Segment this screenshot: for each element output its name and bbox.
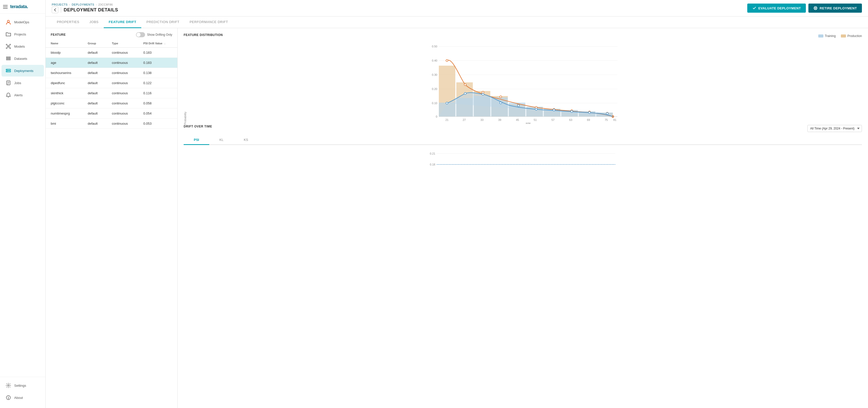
drift-tab-ks[interactable]: KS	[234, 135, 258, 145]
svg-point-60	[482, 91, 484, 93]
tab-properties[interactable]: PROPERTIES	[52, 16, 85, 28]
features-data-table: Name Group Type PSI Drift Value ↓ bloodp…	[45, 39, 177, 129]
sidebar-item-models[interactable]: Models	[2, 40, 44, 52]
table-row[interactable]: skinthick default continuous 0.116	[45, 88, 177, 98]
breadcrumb-projects[interactable]: PROJECTS	[52, 3, 68, 6]
cell-psi: 0.054	[138, 108, 177, 118]
drifting-toggle[interactable]	[136, 32, 145, 37]
svg-text:75: 75	[605, 118, 608, 122]
table-row[interactable]: twohourserins default continuous 0.138	[45, 68, 177, 78]
svg-point-0	[7, 20, 9, 22]
cell-psi: 0.138	[138, 68, 177, 78]
table-row[interactable]: plglcconc default continuous 0.058	[45, 98, 177, 108]
table-row[interactable]: numtimesprg default continuous 0.054	[45, 108, 177, 118]
sidebar-bottom: Settings About	[0, 377, 45, 408]
svg-text:0.50: 0.50	[432, 45, 437, 48]
tab-performance-drift[interactable]: PERFORMANCE DRIFT	[184, 16, 233, 28]
drift-header: DRIFT OVER TIME All Time (Apr 29, 2024 -…	[184, 125, 862, 132]
menu-icon[interactable]	[3, 5, 8, 9]
cell-group: default	[83, 48, 107, 58]
cell-type: continuous	[107, 98, 138, 108]
cell-group: default	[83, 58, 107, 68]
svg-text:63: 63	[569, 118, 572, 122]
svg-line-7	[9, 45, 10, 46]
deployments-icon	[6, 68, 11, 73]
sidebar-item-label: ModelOps	[14, 20, 29, 24]
svg-point-77	[588, 111, 590, 113]
info-icon	[6, 395, 11, 400]
svg-rect-10	[6, 57, 10, 58]
table-row[interactable]: bloodp default continuous 0.183	[45, 48, 177, 58]
toggle-label: Show Drifting Only	[147, 33, 172, 36]
sidebar-item-settings[interactable]: Settings	[2, 380, 44, 391]
distribution-chart-svg: 0.50 0.40 0.30 0.20 0.10 0	[188, 43, 862, 124]
sidebar-item-label: About	[14, 396, 23, 400]
legend-training: Training	[818, 34, 836, 38]
drift-tab-psi[interactable]: PSI	[184, 135, 209, 145]
svg-point-16	[7, 71, 7, 72]
logo: teradata.	[10, 4, 28, 9]
cell-name: numtimesprg	[45, 108, 83, 118]
cell-type: continuous	[107, 58, 138, 68]
sidebar-top: teradata.	[0, 0, 45, 14]
retire-deployment-button[interactable]: RETIRE DEPLOYMENT	[808, 4, 862, 13]
legend-training-label: Training	[825, 34, 836, 38]
feature-distribution-section: FEATURE DISTRIBUTION Training Production	[184, 33, 862, 125]
drift-metric-tabs: PSI KL KS	[184, 135, 862, 145]
svg-text:age: age	[526, 122, 531, 124]
cell-group: default	[83, 108, 107, 118]
svg-text:69: 69	[587, 118, 590, 122]
dist-chart-wrapper: Probability 0.50 0.40 0.30 0.20 0.10 0	[184, 43, 862, 125]
main-content: PROJECTS › DEPLOYMENTS › 23CC8F86 DEPLOY…	[45, 0, 868, 408]
sidebar-item-label: Projects	[14, 32, 26, 36]
sidebar-item-alerts[interactable]: Alerts	[2, 89, 44, 101]
bell-icon	[6, 92, 11, 98]
header-actions: EVALUATE DEPLOYMENT RETIRE DEPLOYMENT	[747, 4, 862, 13]
sidebar-item-jobs[interactable]: Jobs	[2, 77, 44, 89]
cell-type: continuous	[107, 68, 138, 78]
table-row[interactable]: age default continuous 0.183	[45, 58, 177, 68]
table-row[interactable]: bmi default continuous 0.053	[45, 118, 177, 129]
col-psi[interactable]: PSI Drift Value ↓	[138, 39, 177, 48]
models-icon	[6, 43, 11, 49]
tab-jobs[interactable]: JOBS	[85, 16, 104, 28]
svg-point-73	[518, 105, 520, 107]
svg-point-58	[446, 60, 448, 62]
breadcrumb: PROJECTS › DEPLOYMENTS › 23CC8F86	[52, 3, 118, 6]
tab-feature-drift[interactable]: FEATURE DRIFT	[104, 16, 142, 28]
feature-panel-title: FEATURE	[51, 33, 66, 36]
sidebar-item-about[interactable]: About	[2, 392, 44, 403]
time-range-select[interactable]: All Time (Apr 29, 2024 - Present)	[807, 125, 862, 132]
cell-name: bmi	[45, 118, 83, 129]
page-title: DEPLOYMENT DETAILS	[64, 7, 118, 13]
svg-text:27: 27	[463, 118, 466, 122]
tab-prediction-drift[interactable]: PREDICTION DRIFT	[141, 16, 184, 28]
evaluate-deployment-button[interactable]: EVALUATE DEPLOYMENT	[747, 4, 806, 13]
table-row[interactable]: dipedfunc default continuous 0.122	[45, 78, 177, 88]
svg-point-24	[8, 396, 9, 397]
svg-point-2	[6, 44, 7, 45]
sidebar-item-datasets[interactable]: Datasets	[2, 53, 44, 64]
sidebar-item-label: Deployments	[14, 69, 33, 73]
svg-text:57: 57	[552, 118, 555, 122]
drift-tab-kl[interactable]: KL	[209, 135, 234, 145]
breadcrumb-deployments[interactable]: DEPLOYMENTS	[72, 3, 94, 6]
col-group: Group	[83, 39, 107, 48]
sidebar-item-deployments[interactable]: Deployments	[2, 65, 44, 76]
dist-chart-area: 0.50 0.40 0.30 0.20 0.10 0	[188, 43, 862, 125]
cell-type: continuous	[107, 78, 138, 88]
y-axis-label: Probability	[184, 43, 187, 125]
svg-point-74	[535, 108, 537, 110]
sidebar-item-projects[interactable]: Projects	[2, 28, 44, 40]
breadcrumb-current: 23CC8F86	[98, 3, 113, 6]
svg-text:0.40: 0.40	[432, 59, 437, 62]
cell-type: continuous	[107, 108, 138, 118]
jobs-icon	[6, 80, 11, 86]
back-button[interactable]	[52, 7, 58, 13]
sidebar-item-modelops[interactable]: ModelOps	[2, 16, 44, 28]
svg-text:39: 39	[498, 118, 501, 122]
svg-point-15	[7, 69, 7, 70]
cell-group: default	[83, 118, 107, 129]
feature-distribution-title: FEATURE DISTRIBUTION	[184, 33, 223, 37]
svg-text:0.30: 0.30	[432, 73, 437, 76]
